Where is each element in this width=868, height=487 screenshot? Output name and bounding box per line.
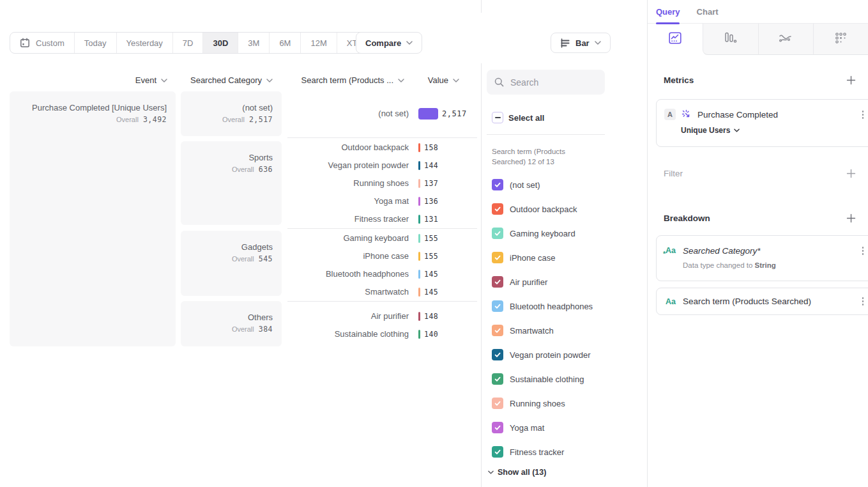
term-row-sustainable-clothing[interactable]: Sustainable clothing140	[287, 325, 477, 343]
tab-query[interactable]: Query	[656, 7, 680, 17]
add-metric-button[interactable]	[846, 75, 856, 85]
date-range-control: CustomTodayYesterday7D30D3M6M12MXTD	[10, 32, 384, 54]
date-range-12m[interactable]: 12M	[300, 33, 336, 53]
legend-item-outdoor-backpack[interactable]: Outdoor backpack	[492, 197, 577, 221]
term-row-gaming-keyboard[interactable]: Gaming keyboard155	[287, 229, 477, 247]
kebab-menu-icon[interactable]	[860, 244, 867, 258]
legend-checkbox[interactable]	[492, 179, 503, 190]
legend-item-iphone-case[interactable]: iPhone case	[492, 245, 556, 270]
legend-checkbox[interactable]	[492, 252, 503, 263]
insights-icon	[669, 32, 681, 47]
search-placeholder: Search	[510, 77, 538, 88]
legend-item-gaming-keyboard[interactable]: Gaming keyboard	[492, 221, 575, 245]
legend-item-running-shoes[interactable]: Running shoes	[492, 391, 565, 415]
tab-flows[interactable]	[758, 24, 813, 55]
date-range-30d[interactable]: 30D	[202, 33, 238, 53]
date-range-today[interactable]: Today	[74, 33, 116, 53]
date-range-yesterday[interactable]: Yesterday	[116, 33, 172, 53]
tab-funnels[interactable]	[703, 24, 758, 55]
term-label: Air purifier	[287, 311, 409, 321]
legend-item-vegan-protein-powder[interactable]: Vegan protein powder	[492, 343, 590, 367]
legend-checkbox[interactable]	[492, 446, 503, 458]
legend-checkbox[interactable]	[492, 373, 503, 385]
value-bar	[418, 215, 420, 224]
add-breakdown-button[interactable]	[846, 213, 856, 223]
date-range-custom[interactable]: Custom	[10, 33, 74, 53]
legend-checkbox[interactable]	[492, 300, 503, 312]
value-label: 137	[424, 179, 438, 188]
legend-checkbox[interactable]	[492, 349, 503, 360]
legend-search-input[interactable]: Search	[487, 70, 605, 95]
column-header-search-term[interactable]: Search term (Products ...	[301, 75, 405, 85]
metric-card[interactable]: A Purchase Completed Unique Users	[656, 99, 868, 147]
retention-icon	[835, 32, 847, 47]
legend-item-fitness-tracker[interactable]: Fitness tracker	[492, 440, 564, 464]
term-row--not-set-[interactable]: (not set)2,517	[287, 105, 477, 123]
legend-checkbox[interactable]	[492, 422, 503, 433]
tab-retention[interactable]	[813, 24, 868, 55]
category-cell-gadgets[interactable]: GadgetsOverall545	[181, 231, 282, 296]
term-row-fitness-tracker[interactable]: Fitness tracker131	[287, 210, 477, 228]
value-label: 148	[424, 312, 438, 321]
legend-item-sustainable-clothing[interactable]: Sustainable clothing	[492, 367, 584, 391]
breakdown-card-searched-category[interactable]: Aa* Searched Category* Data type changed…	[656, 235, 868, 281]
value-label: 131	[424, 215, 438, 224]
term-row-yoga-mat[interactable]: Yoga mat136	[287, 192, 477, 210]
kebab-menu-icon[interactable]	[860, 295, 867, 308]
kebab-menu-icon[interactable]	[860, 108, 867, 121]
legend-item-yoga-mat[interactable]: Yoga mat	[492, 415, 544, 440]
legend-checkbox[interactable]	[492, 228, 503, 239]
category-name: Gadgets	[241, 242, 273, 252]
column-header-value[interactable]: Value	[428, 75, 459, 85]
measurement-dropdown[interactable]: Unique Users	[657, 126, 868, 135]
select-all-control[interactable]: Select all	[492, 112, 544, 123]
overall-label: Overall	[116, 116, 139, 123]
legend-checkbox[interactable]	[492, 325, 503, 336]
legend-label: Outdoor backpack	[510, 205, 577, 214]
legend-item--not-set-[interactable]: (not set)	[492, 173, 540, 197]
chevron-down-icon	[734, 128, 740, 132]
column-header-searched-category[interactable]: Searched Category	[190, 75, 273, 85]
tab-chart[interactable]: Chart	[697, 7, 719, 17]
metric-name: Purchase Completed	[697, 110, 778, 120]
chevron-down-icon	[161, 79, 167, 82]
compare-button[interactable]: Compare	[356, 32, 422, 54]
term-label: Gaming keyboard	[287, 233, 409, 243]
legend-item-bluetooth-headphones[interactable]: Bluetooth headphones	[492, 294, 593, 318]
date-range-6m[interactable]: 6M	[269, 33, 300, 53]
term-row-vegan-protein-powder[interactable]: Vegan protein powder144	[287, 157, 477, 174]
column-header-event[interactable]: Event	[135, 75, 167, 85]
date-range-3m[interactable]: 3M	[238, 33, 269, 53]
category-cell-others[interactable]: OthersOverall384	[181, 301, 282, 346]
chevron-down-icon	[453, 79, 459, 82]
legend-checkbox[interactable]	[492, 276, 503, 288]
category-cell-sports[interactable]: SportsOverall636	[181, 141, 282, 225]
breakdown-card-search-term[interactable]: Aa Search term (Products Searched)	[656, 288, 868, 315]
term-row-iphone-case[interactable]: iPhone case155	[287, 247, 477, 265]
legend-item-smartwatch[interactable]: Smartwatch	[492, 318, 554, 343]
tab-insights[interactable]	[648, 24, 703, 55]
event-cell[interactable]: Purchase Completed [Unique Users] Overal…	[10, 91, 176, 346]
value-bar	[418, 312, 420, 321]
value-bar	[418, 288, 420, 297]
term-row-running-shoes[interactable]: Running shoes137	[287, 174, 477, 192]
legend-checkbox[interactable]	[492, 398, 503, 409]
overall-label: Overall	[232, 325, 254, 333]
show-all-button[interactable]: Show all (13)	[488, 468, 546, 477]
term-row-outdoor-backpack[interactable]: Outdoor backpack158	[287, 139, 477, 157]
legend-label: Yoga mat	[510, 423, 544, 433]
term-row-bluetooth-headphones[interactable]: Bluetooth headphones145	[287, 265, 477, 283]
term-row-air-purifier[interactable]: Air purifier148	[287, 307, 477, 325]
legend-label: Running shoes	[510, 399, 565, 408]
value-label: 155	[424, 252, 438, 261]
legend-checkbox[interactable]	[492, 203, 503, 215]
legend-item-air-purifier[interactable]: Air purifier	[492, 270, 547, 294]
term-row-smartwatch[interactable]: Smartwatch145	[287, 283, 477, 301]
date-range-7d[interactable]: 7D	[172, 33, 203, 53]
add-filter-button[interactable]	[846, 169, 856, 178]
value-label: 145	[424, 288, 438, 297]
term-label: Running shoes	[287, 178, 409, 188]
string-property-icon: Aa*	[664, 246, 677, 255]
category-cell-notset[interactable]: (not set)Overall2,517	[181, 91, 282, 136]
select-all-checkbox[interactable]	[492, 112, 503, 123]
